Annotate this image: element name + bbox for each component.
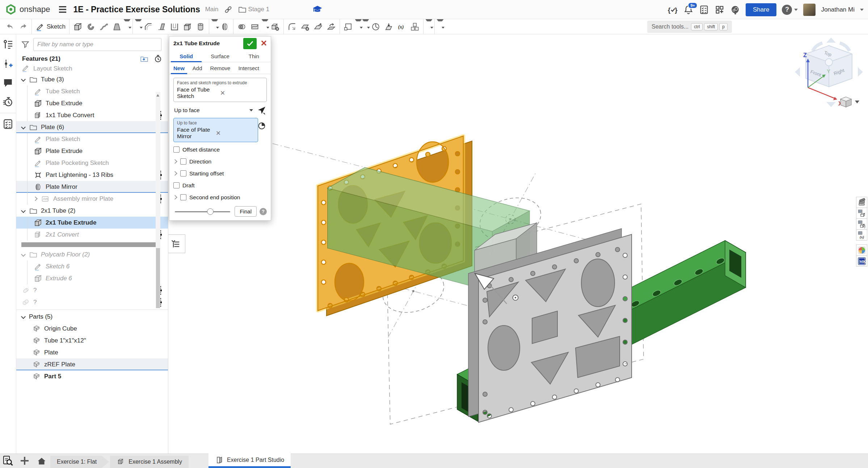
- up-to-face-field[interactable]: Up to face Face of Plate Mirror✕: [173, 118, 258, 142]
- rail-button[interactable]: [2, 96, 14, 108]
- rollback-slider[interactable]: [175, 208, 230, 215]
- tree-chevron-icon[interactable]: [21, 209, 26, 213]
- avatar[interactable]: [803, 4, 816, 16]
- regions-field[interactable]: Faces and sketch regions to extrude Face…: [173, 78, 267, 102]
- toolbar-button[interactable]: {}: [437, 19, 444, 34]
- toolbar-button[interactable]: [342, 20, 355, 33]
- clear-selection-icon[interactable]: ✕: [215, 129, 254, 137]
- toolbar-button[interactable]: [4, 20, 17, 33]
- feature-row[interactable]: Plate (6): [16, 121, 168, 133]
- option-checkbox[interactable]: [180, 158, 186, 165]
- user-menu-chevron-icon[interactable]: [860, 9, 864, 11]
- document-tab[interactable]: Exercise 1 Part Studio: [208, 454, 291, 468]
- folder-icon[interactable]: [238, 5, 247, 14]
- toolbar-button[interactable]: [312, 20, 325, 33]
- toolbar-button[interactable]: (x): [395, 20, 408, 33]
- main-menu-icon[interactable]: [57, 4, 68, 15]
- rail-button[interactable]: [2, 77, 14, 89]
- option-checkbox[interactable]: [180, 170, 186, 176]
- option-checkbox[interactable]: [173, 182, 180, 188]
- dock-button[interactable]: [856, 244, 867, 256]
- toolbar-button[interactable]: Sketch: [34, 20, 67, 33]
- toolbar-button[interactable]: [97, 20, 110, 33]
- toolbar-button[interactable]: [71, 20, 84, 33]
- boolean-mode-tab[interactable]: Intersect: [234, 62, 263, 74]
- option-checkbox[interactable]: [180, 194, 186, 200]
- dialog-help-icon[interactable]: ?: [260, 208, 267, 215]
- link-icon[interactable]: [224, 5, 233, 14]
- tree-chevron-icon[interactable]: [34, 197, 38, 201]
- toolbar-button[interactable]: [299, 20, 312, 33]
- parts-header[interactable]: Parts (5): [16, 311, 168, 323]
- final-button[interactable]: Final: [235, 206, 257, 217]
- tree-chevron-icon[interactable]: [21, 315, 26, 319]
- feature-row[interactable]: Plate Pocketing Sketch: [16, 157, 168, 169]
- toolbar-button[interactable]: [248, 20, 261, 33]
- boolean-mode-tab[interactable]: Add: [189, 62, 206, 74]
- feature-row[interactable]: Tube Extrude: [16, 97, 168, 109]
- rail-button[interactable]: [2, 118, 14, 130]
- header-action-icon[interactable]: [699, 5, 709, 15]
- document-tab[interactable]: Exercise 1 Assembly: [110, 456, 189, 468]
- part-row[interactable]: zREF Plate: [16, 358, 168, 370]
- breadcrumb-folder[interactable]: Stage 1: [248, 6, 270, 13]
- boolean-mode-tab[interactable]: Remove: [206, 62, 235, 74]
- flip-direction-icon[interactable]: [257, 106, 266, 115]
- scroll-up-icon[interactable]: [156, 94, 159, 97]
- toolbar-button[interactable]: [135, 19, 142, 34]
- toolbar-button[interactable]: [286, 20, 299, 33]
- part-row[interactable]: Origin Cube: [16, 323, 168, 335]
- cancel-button[interactable]: ✕: [259, 38, 269, 49]
- boolean-mode-tab[interactable]: New: [169, 62, 189, 74]
- toolbar-button[interactable]: [269, 20, 282, 33]
- dock-button[interactable]: }: [856, 218, 867, 230]
- feature-row[interactable]: Tube Sketch: [16, 85, 168, 97]
- slider-thumb[interactable]: [207, 208, 214, 215]
- toolbar-button[interactable]: [123, 19, 131, 34]
- rail-button[interactable]: [2, 58, 14, 69]
- home-tab-icon[interactable]: [37, 456, 47, 466]
- workspace-label[interactable]: Main: [205, 6, 219, 13]
- feature-row[interactable]: 2x1 Convert: [16, 229, 168, 241]
- add-tab-icon[interactable]: [20, 456, 29, 465]
- help-menu[interactable]: ?: [782, 5, 798, 15]
- feature-row[interactable]: Plate Mirror: [16, 181, 168, 193]
- feature-row[interactable]: Part Lightening - 13 Ribs: [16, 169, 168, 181]
- view-cube[interactable]: Top Front Right Z X Y: [795, 38, 863, 107]
- toolbar-button[interactable]: [194, 20, 207, 33]
- toolbar-button[interactable]: [382, 20, 395, 33]
- toolbar-button[interactable]: Am: [425, 19, 433, 34]
- feature-row[interactable]: Plate Extrude: [16, 145, 168, 157]
- part-row[interactable]: Part 5: [16, 370, 168, 382]
- toolbar-button[interactable]: [168, 20, 181, 33]
- feature-row[interactable]: Polycarb Floor (2): [16, 248, 168, 260]
- filter-funnel-icon[interactable]: [21, 40, 30, 49]
- header-action-icon[interactable]: {}: [668, 5, 678, 15]
- expand-chevron-icon[interactable]: [173, 171, 177, 175]
- expand-chevron-icon[interactable]: [173, 195, 177, 199]
- feature-row[interactable]: Plate Sketch: [16, 133, 168, 145]
- toolbar-button[interactable]: [84, 20, 97, 33]
- tree-chevron-icon[interactable]: [21, 77, 26, 82]
- selection-history-icon[interactable]: [257, 122, 266, 130]
- toolbar-button[interactable]: [142, 20, 155, 33]
- dock-button[interactable]: (x): [856, 229, 867, 241]
- toolbar-button[interactable]: [17, 20, 30, 33]
- option-checkbox[interactable]: [173, 146, 180, 153]
- learning-cap-icon[interactable]: [312, 4, 323, 15]
- feature-row[interactable]: 1x1 Tube Convert: [16, 109, 168, 121]
- dock-button[interactable]: [856, 197, 867, 208]
- toolbar-button[interactable]: [325, 20, 338, 33]
- feature-row[interactable]: Am Assembly mirror Plate: [16, 193, 168, 205]
- document-tab[interactable]: Exercise 1: Flat: [50, 456, 109, 468]
- dialog-tab[interactable]: Thin: [237, 50, 271, 62]
- new-folder-icon[interactable]: [140, 54, 149, 63]
- part-row[interactable]: Plate: [16, 346, 168, 358]
- user-name[interactable]: Jonathan Mi: [821, 6, 855, 13]
- feature-row[interactable]: [16, 241, 168, 248]
- scrollbar-thumb[interactable]: [156, 248, 160, 308]
- toolbar-button[interactable]: [369, 20, 382, 33]
- header-action-icon[interactable]: [730, 5, 740, 15]
- feature-row[interactable]: 2x1 Tube (2): [16, 205, 168, 217]
- toolbar-button[interactable]: [110, 20, 123, 33]
